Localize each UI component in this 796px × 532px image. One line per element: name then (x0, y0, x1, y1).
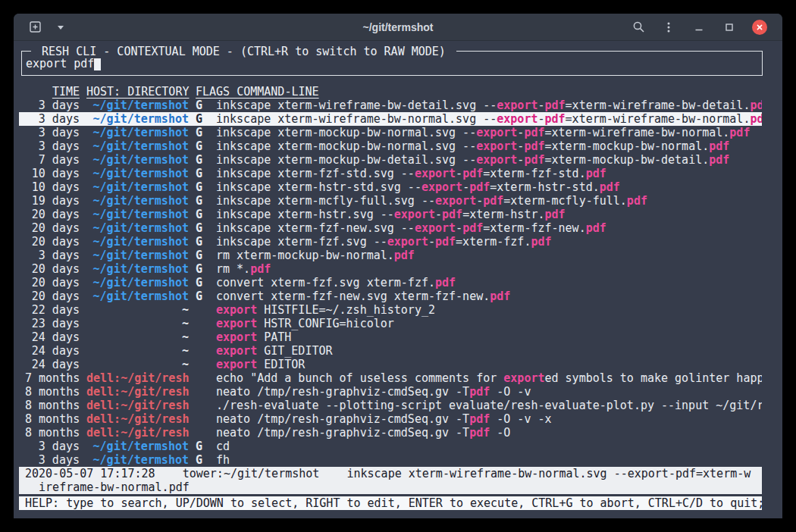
match-highlight: pdf (435, 235, 456, 249)
row-host-directory: ~/git/termshot (86, 453, 189, 467)
search-box: RESH CLI - CONTEXTUAL MODE - (CTRL+R to … (21, 51, 763, 76)
help-bar: HELP: type to search, UP/DOWN to select,… (19, 496, 762, 510)
match-highlight: pdf (469, 180, 490, 194)
match-highlight: export (216, 303, 257, 317)
match-highlight: export (415, 167, 456, 180)
history-row[interactable]: 3 days~/git/termshotGinkscape xterm-mock… (19, 126, 762, 139)
history-row[interactable]: 19 days~/git/termshotGinkscape xterm-mcf… (19, 194, 762, 208)
row-command: export GIT_EDITOR (216, 344, 762, 358)
history-row[interactable]: 3 days~/git/termshotGinkscape xterm-wire… (19, 99, 762, 112)
history-row[interactable]: 8 monthsdell:~/git/reshneato /tmp/resh-g… (19, 426, 762, 440)
match-highlight: pdf (600, 180, 620, 194)
row-host-directory: ~/git/termshot (86, 194, 189, 208)
match-highlight: pdf (544, 99, 565, 112)
history-row[interactable]: 20 days~/git/termshotGconvert xterm-fzf.… (19, 276, 762, 289)
history-row[interactable]: 8 monthsdell:~/git/reshneato /tmp/resh-g… (19, 412, 762, 426)
match-highlight: export (216, 317, 257, 330)
match-highlight: pdf (490, 289, 510, 303)
close-icon (752, 20, 767, 35)
row-host-directory: dell:~/git/resh (86, 399, 189, 412)
row-time: 3 days (25, 112, 80, 126)
row-flags (196, 358, 202, 371)
match-highlight: export (503, 371, 544, 385)
menu-kebab-icon (663, 21, 675, 33)
row-flags: G (196, 167, 202, 180)
history-row[interactable]: 20 days~/git/termshotGinkscape xterm-fzf… (19, 221, 762, 235)
history-row[interactable]: 10 days~/git/termshotGinkscape xterm-hst… (19, 180, 762, 194)
row-flags (196, 412, 202, 426)
match-highlight: pdf (469, 385, 490, 399)
row-host-directory: ~/git/termshot (86, 262, 189, 276)
history-row[interactable]: 22 days~export HISTFILE=~/.zsh_history_2 (19, 303, 762, 317)
match-highlight: export (422, 180, 462, 194)
match-highlight: pdf (729, 126, 750, 139)
row-host-directory: ~/git/termshot (86, 139, 189, 153)
match-highlight: pdf (627, 194, 647, 208)
match-highlight: pdf (524, 139, 544, 153)
row-command: export EDITOR (216, 358, 762, 371)
menu-button[interactable] (660, 18, 678, 36)
row-host-directory: dell:~/git/resh (86, 371, 189, 385)
history-row[interactable]: 20 days~/git/termshotGinkscape xterm-fzf… (19, 235, 762, 249)
history-row[interactable]: 10 days~/git/termshotGinkscape xterm-fzf… (19, 167, 762, 180)
history-row[interactable]: 3 days~/git/termshotGinkscape xterm-wire… (19, 112, 762, 126)
new-terminal-button[interactable] (26, 18, 44, 36)
history-row[interactable]: 24 days~export GIT_EDITOR (19, 344, 762, 358)
row-command: inkscape xterm-mockup-bw-normal.svg --ex… (216, 126, 762, 139)
match-highlight: pdf (586, 167, 606, 180)
history-row[interactable]: 20 days~/git/termshotGconvert xterm-fzf-… (19, 289, 762, 303)
text-cursor (94, 58, 101, 70)
match-highlight: export (497, 112, 537, 126)
row-command: inkscape xterm-wireframe-bw-normal.svg -… (216, 112, 762, 126)
match-highlight: pdf (586, 221, 606, 235)
close-button[interactable] (751, 18, 769, 36)
match-highlight: pdf (709, 139, 729, 153)
match-highlight: pdf (435, 276, 456, 289)
restore-button[interactable] (720, 18, 738, 36)
row-time: 22 days (25, 303, 80, 317)
row-host-directory: dell:~/git/resh (86, 412, 189, 426)
match-highlight: pdf (483, 194, 503, 208)
history-row[interactable]: 8 monthsdell:~/git/reshneato /tmp/resh-g… (19, 385, 762, 399)
search-query-text: export pdf (26, 57, 94, 70)
history-row[interactable]: 3 days~/git/termshotGrm xterm-mockup-bw-… (19, 249, 762, 262)
row-host-directory: ~/git/termshot (86, 180, 189, 194)
row-host-directory: ~ (86, 303, 189, 317)
history-row[interactable]: 7 days~/git/termshotGinkscape xterm-mock… (19, 153, 762, 167)
history-row[interactable]: 3 days~/git/termshotGinkscape xterm-mock… (19, 139, 762, 153)
match-highlight: pdf (469, 412, 490, 426)
row-flags: G (196, 221, 202, 235)
minimize-button[interactable] (690, 18, 708, 36)
history-row[interactable]: 24 days~export EDITOR (19, 358, 762, 371)
row-flags (196, 385, 202, 399)
search-button[interactable] (629, 18, 647, 36)
row-command: inkscape xterm-wireframe-bw-detail.svg -… (216, 99, 762, 112)
row-command: convert xterm-fzf-new.svg xterm-fzf-new.… (216, 289, 762, 303)
match-highlight: pdf (462, 221, 483, 235)
row-time: 24 days (25, 330, 80, 344)
row-flags (196, 330, 202, 344)
history-row[interactable]: 24 days~export PATH (19, 330, 762, 344)
match-highlight: pdf (545, 208, 566, 221)
history-row[interactable]: 8 monthsdell:~/git/resh./resh-evaluate -… (19, 399, 762, 412)
match-highlight: pdf (750, 99, 762, 112)
history-row[interactable]: 23 days~export HSTR_CONFIG=hicolor (19, 317, 762, 330)
profile-dropdown-button[interactable] (52, 18, 70, 36)
row-command: inkscape xterm-mockup-bw-detail.svg --ex… (216, 153, 762, 167)
row-command: export HISTFILE=~/.zsh_history_2 (216, 303, 762, 317)
row-command: inkscape xterm-hstr-std.svg --export-pdf… (216, 180, 762, 194)
row-flags (196, 426, 202, 440)
match-highlight: export (216, 344, 257, 358)
row-host-directory: dell:~/git/resh (86, 385, 189, 399)
row-flags: G (196, 99, 202, 112)
history-row[interactable]: 3 days~/git/termshotGfh (19, 453, 762, 467)
row-time: 8 months (25, 426, 80, 440)
row-flags: G (196, 180, 202, 194)
history-row[interactable]: 20 days~/git/termshotGinkscape xterm-hst… (19, 208, 762, 221)
titlebar-right-group (629, 18, 769, 36)
history-row[interactable]: 20 days~/git/termshotGrm *.pdf (19, 262, 762, 276)
history-row[interactable]: 3 days~/git/termshotGcd (19, 440, 762, 453)
row-command: ./resh-evaluate --plotting-script evalua… (216, 399, 762, 412)
history-row[interactable]: 7 monthsdell:~/git/reshecho "Add a bunch… (19, 371, 762, 385)
terminal-window: ~/git/termshot (14, 14, 782, 518)
